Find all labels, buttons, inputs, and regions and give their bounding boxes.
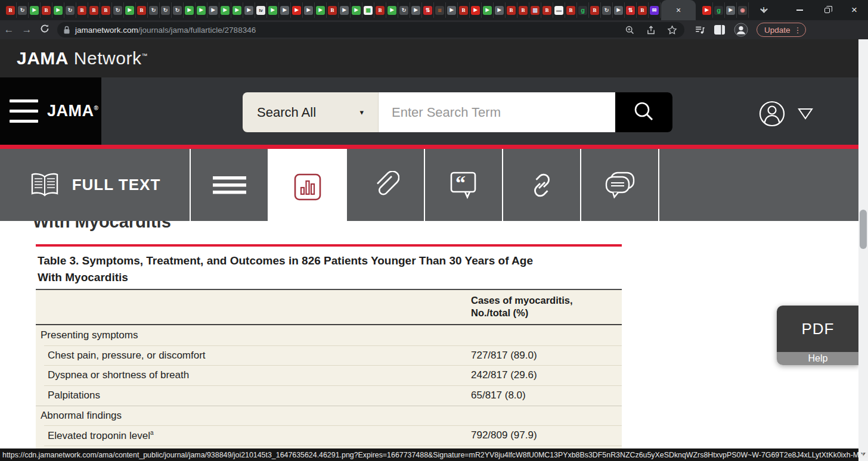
- browser-tab[interactable]: ▦: [362, 2, 374, 18]
- browser-tab[interactable]: B: [374, 2, 386, 18]
- back-icon[interactable]: ←: [0, 24, 18, 36]
- browser-tab[interactable]: tv: [255, 2, 267, 18]
- help-button[interactable]: Help: [777, 352, 859, 365]
- playlist-extension-icon[interactable]: [694, 24, 705, 35]
- browser-tab[interactable]: ▶: [410, 2, 422, 18]
- table-row: Elevated troponin levela792/809 (97.9): [36, 425, 622, 446]
- browser-tab[interactable]: B: [136, 2, 148, 18]
- browser-tab[interactable]: ▶: [482, 2, 494, 18]
- browser-tab[interactable]: B: [88, 2, 100, 18]
- browser-tab[interactable]: ▶: [386, 2, 398, 18]
- browser-tab[interactable]: ↻: [398, 2, 410, 18]
- browser-tab[interactable]: ✉: [649, 2, 661, 18]
- search-button[interactable]: [615, 92, 672, 132]
- tab-permalink[interactable]: [503, 149, 581, 221]
- browser-tab[interactable]: B: [5, 2, 17, 18]
- browser-tab[interactable]: ▶: [351, 2, 362, 18]
- table3-figure[interactable]: Table 3. Symptoms, Treatment, and Outcom…: [36, 244, 622, 461]
- browser-tab[interactable]: ▶: [470, 2, 482, 18]
- tab-figures-active[interactable]: [269, 149, 347, 225]
- browser-tab[interactable]: ▶: [219, 2, 231, 18]
- browser-tab[interactable]: ↻: [112, 2, 124, 18]
- browser-tab[interactable]: B: [541, 2, 553, 18]
- tab-full-text[interactable]: FULL TEXT: [0, 149, 191, 221]
- browser-tab[interactable]: B: [327, 2, 339, 18]
- restore-button[interactable]: [813, 0, 841, 20]
- bookmark-star-icon[interactable]: [667, 25, 677, 35]
- browser-tab[interactable]: ⇅: [422, 2, 434, 18]
- browser-tab[interactable]: B: [76, 2, 88, 18]
- tab-search-chevron-icon[interactable]: [760, 5, 768, 13]
- profile-avatar[interactable]: [734, 23, 748, 37]
- tab-comments[interactable]: [581, 149, 659, 221]
- sidebar-extension-icon[interactable]: [714, 24, 726, 35]
- browser-tab[interactable]: ▶: [52, 2, 64, 18]
- browser-tab[interactable]: ▥: [529, 2, 541, 18]
- close-button[interactable]: ×: [841, 0, 868, 20]
- address-bar[interactable]: jamanetwork.com/journals/jama/fullarticl…: [57, 22, 684, 38]
- browser-tab[interactable]: g: [713, 2, 725, 18]
- browser-tab[interactable]: ▶: [613, 2, 625, 18]
- browser-tab[interactable]: B: [506, 2, 517, 18]
- browser-tab[interactable]: ↻: [64, 2, 76, 18]
- reload-icon[interactable]: [36, 24, 54, 36]
- browser-tab[interactable]: B: [565, 2, 577, 18]
- account-dropdown-icon[interactable]: [798, 108, 813, 120]
- b-favicon: B: [89, 6, 98, 15]
- browser-tab[interactable]: ↻: [601, 2, 613, 18]
- forward-icon[interactable]: →: [18, 24, 36, 36]
- browser-tab[interactable]: ▶: [29, 2, 41, 18]
- journal-logo[interactable]: JAMA®: [47, 102, 98, 120]
- search-input[interactable]: [379, 92, 615, 132]
- browser-tab[interactable]: ▶: [315, 2, 327, 18]
- tab-contents[interactable]: [191, 149, 269, 221]
- zoom-icon[interactable]: [625, 25, 635, 35]
- browser-tab[interactable]: ↻: [160, 2, 172, 18]
- browser-tab[interactable]: ≡: [434, 2, 446, 18]
- browser-tab[interactable]: ⇅: [625, 2, 637, 18]
- browser-tab[interactable]: B: [458, 2, 470, 18]
- browser-tab[interactable]: ▶: [303, 2, 315, 18]
- browser-tab[interactable]: B: [517, 2, 529, 18]
- browser-tab[interactable]: ↻: [17, 2, 29, 18]
- browser-tab[interactable]: ▶: [701, 2, 713, 18]
- browser-tab[interactable]: ▶: [231, 2, 243, 18]
- browser-tab[interactable]: B: [637, 2, 649, 18]
- browser-tab[interactable]: ↻: [172, 2, 184, 18]
- browser-tab[interactable]: B: [41, 2, 52, 18]
- browser-tab[interactable]: B: [589, 2, 601, 18]
- browser-tab[interactable]: B: [100, 2, 112, 18]
- user-profile-icon[interactable]: [758, 100, 786, 127]
- browser-tab[interactable]: ↻: [148, 2, 160, 18]
- share-icon[interactable]: [646, 25, 656, 35]
- browser-tab[interactable]: ▶: [725, 2, 737, 18]
- browser-tab[interactable]: ▶: [267, 2, 279, 18]
- search-scope-dropdown[interactable]: Search All ▾: [243, 92, 379, 132]
- browser-tab[interactable]: ▶: [196, 2, 207, 18]
- browser-tab[interactable]: ▶: [207, 2, 219, 18]
- browser-tab[interactable]: ▶: [184, 2, 196, 18]
- tab-supplemental[interactable]: [347, 149, 425, 221]
- browser-tab[interactable]: ▶: [291, 2, 303, 18]
- lock-icon: [63, 26, 70, 35]
- pdf-button[interactable]: PDF: [777, 306, 859, 352]
- tab-cite[interactable]: “: [425, 149, 503, 221]
- update-button[interactable]: Update ⋮: [757, 23, 806, 37]
- browser-tab[interactable]: ▶: [124, 2, 136, 18]
- tab-close-icon[interactable]: ×: [676, 5, 681, 15]
- scrollbar-thumb[interactable]: [860, 210, 867, 249]
- browser-tab[interactable]: ▶: [243, 2, 255, 18]
- active-tab[interactable]: ×: [661, 0, 696, 20]
- browser-tab[interactable]: g: [577, 2, 589, 18]
- jama-network-logo[interactable]: JAMA Network™: [17, 48, 148, 68]
- browser-tab[interactable]: ▶: [339, 2, 351, 18]
- browser-tab[interactable]: ▶: [494, 2, 506, 18]
- tab-row-before: B↻▶B▶↻BBB↻▶B↻↻↻▶▶▶▶▶▶tv▶▶▶▶▶B▶▶▦B▶↻▶⇅≡▶B…: [0, 2, 661, 18]
- minimize-button[interactable]: [786, 0, 813, 20]
- browser-tab[interactable]: ▶: [279, 2, 291, 18]
- browser-tab[interactable]: ▬: [553, 2, 565, 18]
- menu-icon[interactable]: [10, 99, 38, 123]
- browser-tab[interactable]: ▶: [446, 2, 458, 18]
- page-scrollbar[interactable]: [858, 39, 868, 461]
- browser-tab[interactable]: ◉: [737, 2, 749, 18]
